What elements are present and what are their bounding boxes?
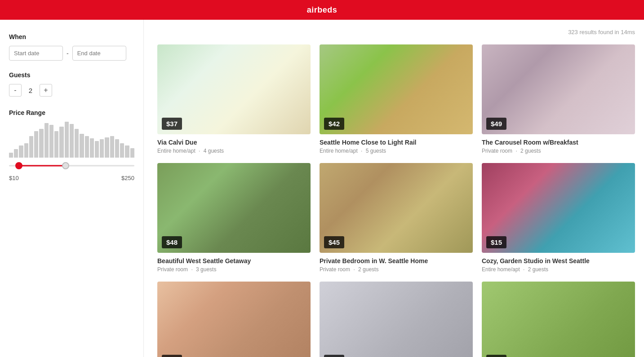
price-slider[interactable] — [9, 161, 134, 170]
listing-meta: Private room · 2 guests — [482, 148, 635, 154]
histogram-bar — [54, 131, 58, 158]
slider-active-track — [19, 165, 65, 167]
histogram-bar — [29, 136, 33, 158]
histogram-bar — [65, 122, 69, 158]
guests-decrement-button[interactable]: - — [9, 84, 22, 97]
meta-separator: · — [199, 148, 200, 154]
app-title: airbeds — [307, 5, 338, 15]
listing-price-badge: $48 — [162, 236, 182, 248]
listing-card[interactable]: $62 Sunny Seattle Home Entire home/apt ·… — [482, 282, 635, 357]
listing-title: The Carousel Room w/Breakfast — [482, 139, 635, 146]
listing-card[interactable]: $55 Charming Seattle Studio Entire home/… — [157, 282, 311, 357]
histogram-bar — [80, 134, 84, 158]
histogram-bar — [70, 124, 74, 158]
listing-meta: Entire home/apt · 4 guests — [157, 148, 311, 154]
listing-price-badge: $62 — [486, 355, 506, 357]
listing-title: Beautiful West Seattle Getaway — [157, 257, 311, 264]
histogram-bar — [24, 143, 28, 158]
app-header: airbeds — [0, 0, 644, 20]
listing-title: Via Calvi Due — [157, 139, 311, 146]
meta-separator: · — [353, 266, 355, 273]
listing-image: $42 — [320, 44, 473, 134]
listing-guests: 5 guests — [366, 148, 386, 154]
listing-price-badge: $45 — [324, 236, 344, 248]
guests-increment-button[interactable]: + — [40, 84, 52, 97]
price-range-section: Price Range $10 $250 — [9, 109, 134, 181]
meta-separator: · — [523, 266, 524, 273]
histogram-bar — [34, 131, 38, 158]
listing-image: $45 — [320, 163, 473, 253]
listing-image: $38 — [320, 282, 473, 357]
histogram-bar — [120, 143, 124, 158]
slider-thumb-min[interactable] — [15, 162, 22, 169]
listing-price-badge: $55 — [162, 355, 182, 357]
price-labels: $10 $250 — [9, 175, 134, 181]
listing-card[interactable]: $49 The Carousel Room w/Breakfast Privat… — [482, 44, 635, 154]
histogram-bar — [125, 145, 129, 158]
guests-controls: - 2 + — [9, 84, 134, 97]
histogram-bar — [75, 129, 79, 158]
histogram-bar — [85, 136, 89, 158]
histogram-bar — [14, 149, 18, 158]
results-header: 323 results found in 14ms — [157, 29, 635, 35]
start-date-input[interactable] — [9, 46, 63, 61]
histogram-bar — [44, 123, 49, 158]
listing-card[interactable]: $15 Cozy, Garden Studio in West Seattle … — [482, 163, 635, 273]
listing-title: Private Bedroom in W. Seattle Home — [320, 257, 473, 264]
listing-guests: 3 guests — [196, 266, 216, 273]
listing-price-badge: $38 — [324, 355, 344, 357]
histogram-bar — [59, 127, 63, 158]
listing-meta: Entire home/apt · 5 guests — [320, 148, 473, 154]
listing-guests: 2 guests — [520, 148, 541, 154]
listing-title: Cozy, Garden Studio in West Seattle — [482, 257, 635, 264]
histogram-bar — [130, 148, 134, 158]
when-label: When — [9, 33, 134, 40]
guests-section: Guests - 2 + — [9, 71, 134, 97]
listing-meta: Private room · 2 guests — [320, 266, 473, 273]
listing-card[interactable]: $42 Seattle Home Close to Light Rail Ent… — [320, 44, 473, 154]
histogram-bar — [105, 137, 109, 158]
listing-price-badge: $49 — [486, 118, 506, 130]
listing-meta: Entire home/apt · 2 guests — [482, 266, 635, 273]
listing-card[interactable]: $37 Via Calvi Due Entire home/apt · 4 gu… — [157, 44, 311, 154]
listing-image: $49 — [482, 44, 635, 134]
listing-image: $37 — [157, 44, 311, 134]
listings-grid: $37 Via Calvi Due Entire home/apt · 4 gu… — [157, 44, 635, 357]
listing-image: $55 — [157, 282, 311, 357]
sidebar: When - Guests - 2 + Price Range — [0, 20, 144, 357]
histogram-bar — [115, 139, 119, 158]
date-inputs-group: - — [9, 46, 134, 61]
histogram-bar — [90, 138, 94, 158]
listing-type: Private room — [157, 266, 188, 273]
results-text: 323 results found in 14ms — [568, 29, 635, 35]
histogram-bar — [49, 125, 53, 158]
listing-price-badge: $37 — [162, 118, 182, 130]
histogram-bar — [9, 153, 13, 158]
listing-guests: 4 guests — [204, 148, 224, 154]
guests-count: 2 — [26, 87, 35, 94]
histogram-bar — [100, 139, 104, 158]
histogram-bar — [39, 129, 43, 158]
slider-thumb-max[interactable] — [62, 162, 69, 169]
listing-type: Entire home/apt — [320, 148, 358, 154]
listing-type: Entire home/apt — [482, 266, 520, 273]
guests-label: Guests — [9, 71, 134, 79]
listing-card[interactable]: $45 Private Bedroom in W. Seattle Home P… — [320, 163, 473, 273]
main-content: 323 results found in 14ms $37 Via Calvi … — [144, 20, 644, 357]
listing-type: Entire home/apt — [157, 148, 195, 154]
listing-guests: 2 guests — [358, 266, 378, 273]
listing-type: Private room — [482, 148, 512, 154]
histogram-bar — [110, 136, 114, 158]
histogram-bar — [19, 145, 23, 158]
meta-separator: · — [515, 148, 517, 154]
listing-card[interactable]: $38 Modern Room Downtown Seattle Private… — [320, 282, 473, 357]
listing-price-badge: $15 — [486, 236, 506, 248]
listing-image: $62 — [482, 282, 635, 357]
listing-meta: Private room · 3 guests — [157, 266, 311, 273]
listing-card[interactable]: $48 Beautiful West Seattle Getaway Priva… — [157, 163, 311, 273]
meta-separator: · — [191, 266, 192, 273]
end-date-input[interactable] — [72, 46, 126, 61]
listing-price-badge: $42 — [324, 118, 344, 130]
listing-title: Seattle Home Close to Light Rail — [320, 139, 473, 146]
date-separator: - — [67, 50, 69, 57]
